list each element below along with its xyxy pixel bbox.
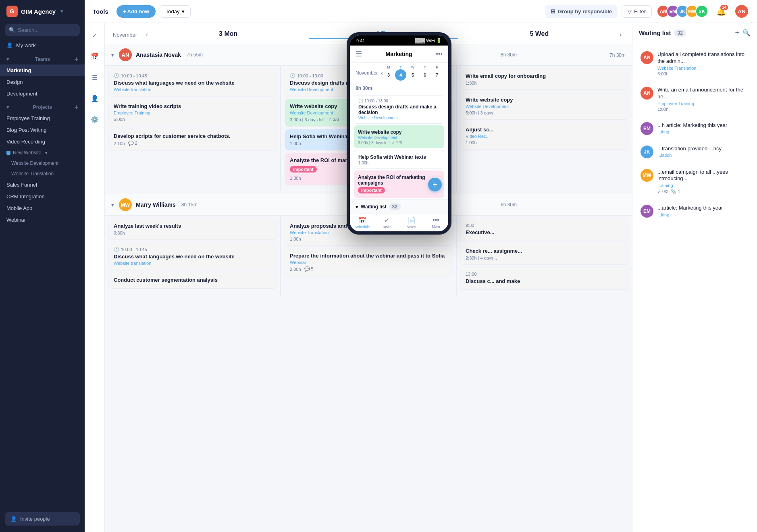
calendar-left-icons: ✓ 📅 ☰ 👤 ⚙️: [85, 23, 105, 532]
list-icon[interactable]: ☰: [88, 71, 102, 84]
sidebar-my-work[interactable]: 👤 My work: [0, 39, 85, 52]
mobile-day-4[interactable]: 4: [395, 69, 406, 81]
today-button[interactable]: Today ▾: [160, 5, 191, 18]
task-card[interactable]: Write training video scripts Employee Tr…: [109, 99, 276, 126]
waiting-item[interactable]: EM ...article: Marketing this year ...it…: [636, 201, 753, 222]
mobile-title: Marketing: [362, 51, 436, 57]
calendar-icon[interactable]: 📅: [88, 50, 102, 63]
mobile-nav-more[interactable]: ••• More: [424, 214, 448, 231]
task-card[interactable]: 9:30 - Executive...: [461, 219, 628, 241]
filter-button[interactable]: ▽ Filter: [622, 5, 652, 18]
waiting-add-button[interactable]: +: [735, 29, 739, 37]
invite-people-button[interactable]: 👤 Invite people: [5, 512, 80, 526]
projects-chevron-icon: ▾: [6, 104, 9, 110]
task-card[interactable]: Check re... assignme... 2:30h | 4 days..…: [461, 244, 628, 264]
mobile-menu-icon[interactable]: ☰: [356, 50, 362, 58]
person-icon[interactable]: 👤: [88, 91, 102, 105]
user-avatar[interactable]: AN: [734, 4, 749, 19]
mobile-day-6[interactable]: 6: [419, 69, 430, 81]
waiting-item[interactable]: AN Write an email announcement for the n…: [636, 83, 753, 116]
sidebar-item-mobile[interactable]: Mobile App: [0, 202, 85, 214]
cal-prev-button[interactable]: ‹: [143, 29, 150, 40]
sidebar-item-webinar[interactable]: Webinar: [0, 214, 85, 226]
task-card[interactable]: Write email copy for onboarding 1:30h: [461, 69, 628, 89]
sidebar-item-blog-post[interactable]: Blog Post Writing: [0, 124, 85, 136]
mobile-day-5[interactable]: 5: [407, 69, 418, 81]
mobile-day-col-m[interactable]: M 3: [383, 65, 394, 81]
cal-day-mon[interactable]: 3 Mon: [150, 29, 306, 41]
mobile-day-7[interactable]: 7: [431, 69, 443, 81]
task-card[interactable]: Prepare the information about the webina…: [285, 249, 452, 276]
notification-button[interactable]: 🔔 14: [716, 6, 726, 16]
waiting-item[interactable]: EM ...h article: Marketing this year ...…: [636, 118, 753, 139]
task-card[interactable]: 13:00 Discuss c... and make: [461, 268, 628, 289]
mobile-day-label: W: [411, 65, 415, 69]
group-by-button[interactable]: ⊞ Group by responsible: [545, 5, 618, 18]
cal-next-button[interactable]: ›: [617, 29, 624, 40]
tasks-icon: ✓: [384, 216, 389, 224]
task-card[interactable]: Conduct customer segmentation analysis: [109, 273, 276, 288]
mobile-day-col-w[interactable]: W 5: [407, 65, 418, 81]
mobile-nav-schedule[interactable]: 📅 Schedule: [350, 214, 374, 231]
avatar-5[interactable]: SK: [695, 5, 708, 18]
sidebar-search[interactable]: 🔍 Search...: [5, 24, 80, 36]
task-card[interactable]: Write website copy Website Development 5…: [461, 93, 628, 119]
mobile-day-col-f[interactable]: F 7: [431, 65, 443, 81]
task-meta: 1:30h: [466, 81, 623, 85]
add-project-icon[interactable]: +: [75, 104, 78, 111]
sidebar-sub-website-trans[interactable]: Website Translation: [0, 168, 85, 179]
waiting-avatar: JK: [641, 145, 653, 158]
waiting-item-content: ...email campaign to all ...yees introdu…: [657, 169, 749, 195]
cal-day-wed[interactable]: 5 Wed: [462, 29, 617, 41]
sidebar-item-sales[interactable]: Sales Funnel: [0, 179, 85, 191]
task-card[interactable]: Develop scripts for customer service cha…: [109, 129, 276, 150]
waiting-item-project: ...lation: [657, 153, 749, 158]
sidebar-logo[interactable]: G GIM Agency ▾: [0, 0, 85, 23]
task-card[interactable]: 🕐 10:00 - 10:45 Discuss what languages w…: [109, 243, 276, 270]
sidebar-item-design[interactable]: Design: [0, 76, 85, 88]
mobile-day-col-t1[interactable]: T 4: [395, 65, 406, 81]
mobile-fab-button[interactable]: +: [428, 178, 442, 191]
search-placeholder: Search...: [18, 27, 39, 33]
sidebar-sub-website-dev[interactable]: Website Development: [0, 158, 85, 168]
add-team-icon[interactable]: +: [75, 56, 78, 63]
mobile-task-card[interactable]: Help Sofia with Webinar texts 1:00h: [354, 150, 444, 169]
mobile-more-icon[interactable]: •••: [436, 50, 443, 58]
mobile-day-col-t2[interactable]: T 6: [419, 65, 430, 81]
mobile-signal-icon: ▓▓▓ WiFi 🔋: [415, 38, 442, 43]
marry-collapse-button[interactable]: ▾: [111, 202, 114, 208]
task-project: Video Rec...: [466, 134, 623, 139]
task-card[interactable]: Analyze last week's results 0:30h: [109, 219, 276, 239]
mobile-task-title: Discuss design drafts and make a decisio…: [358, 104, 440, 115]
task-card[interactable]: 🕐 10:00 - 10:45 Discuss what languages w…: [109, 69, 276, 96]
waiting-search-button[interactable]: 🔍: [742, 29, 751, 37]
check-icon[interactable]: ✓: [88, 29, 102, 42]
task-title: Write training video scripts: [114, 103, 271, 109]
settings-icon[interactable]: ⚙️: [88, 112, 102, 126]
mobile-nav-notes-label: Notes: [407, 225, 416, 229]
sidebar-item-employee-training[interactable]: Employee Training: [0, 112, 85, 124]
mobile-nav-notes[interactable]: 📄 Notes: [399, 214, 424, 231]
mobile-day-8[interactable]: 8: [443, 69, 448, 81]
sidebar-item-crm[interactable]: CRM Integration: [0, 191, 85, 202]
more-icon: •••: [433, 216, 439, 224]
waiting-item-title: Write an email announcement for the ne..…: [657, 87, 749, 100]
sidebar-item-video[interactable]: Video Recording: [0, 136, 85, 148]
task-card[interactable]: Adjust sc... Video Rec... 1:00h: [461, 123, 628, 149]
waiting-item[interactable]: JK ...translation provided ...ncy ...lat…: [636, 141, 753, 162]
sidebar: G GIM Agency ▾ 🔍 Search... 👤 My work ▾ T…: [0, 0, 85, 532]
anastasia-collapse-button[interactable]: ▾: [111, 52, 114, 58]
mobile-bottom-nav: 📅 Schedule ✓ Tasks 📄 Notes ••• More: [350, 214, 448, 231]
waiting-item[interactable]: AN Upload all completed translations int…: [636, 47, 753, 80]
mobile-task-card[interactable]: Write website copy Website Development 3…: [354, 125, 444, 148]
mobile-nav-tasks[interactable]: ✓ Tasks: [374, 214, 399, 231]
mobile-day-col-s1[interactable]: S 8: [443, 65, 448, 81]
mobile-task-card[interactable]: 🕐 10:00 - 13:00 Discuss design drafts an…: [354, 95, 444, 124]
sidebar-item-development[interactable]: Development: [0, 88, 85, 100]
waiting-avatar: EM: [641, 122, 653, 135]
sidebar-item-marketing[interactable]: Marketing: [0, 64, 85, 76]
add-new-button[interactable]: + Add new: [116, 5, 156, 18]
mobile-day-3[interactable]: 3: [383, 69, 394, 81]
sidebar-item-new-website[interactable]: New Website ▾: [0, 148, 85, 158]
waiting-item[interactable]: MW ...email campaign to all ...yees intr…: [636, 165, 753, 199]
